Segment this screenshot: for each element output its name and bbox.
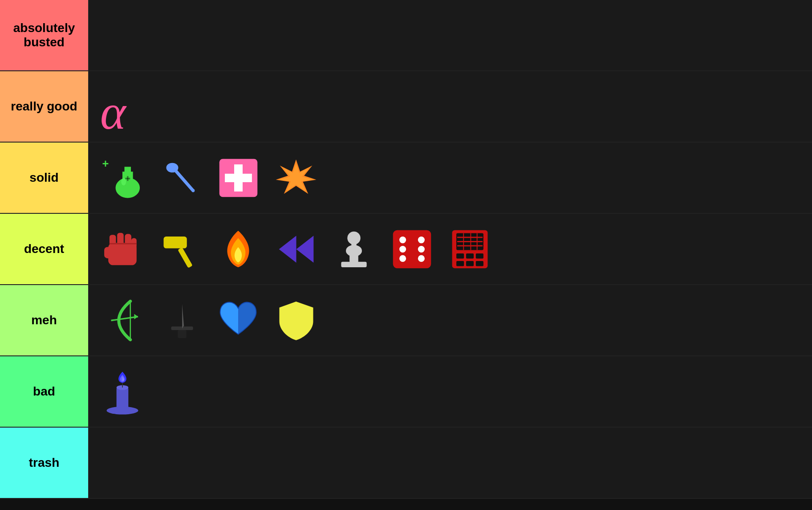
tier-row-bad: bad [0, 356, 812, 428]
svg-rect-32 [393, 230, 431, 268]
tier-label-trash: trash [0, 428, 89, 498]
svg-point-37 [399, 255, 406, 261]
icon-gadget [443, 222, 496, 276]
icon-shield [269, 294, 323, 347]
tier-content-bad [89, 356, 812, 427]
tier-row-absolutely-busted: absolutely busted [0, 0, 812, 71]
tier-row-decent: decent [0, 214, 812, 285]
tier-label-meh: meh [0, 285, 89, 355]
tier-content-trash [89, 428, 812, 498]
tier-row-trash: trash [0, 428, 812, 499]
svg-rect-52 [475, 261, 483, 266]
tier-content-solid: + [89, 143, 812, 213]
tier-content-absolutely-busted [89, 0, 812, 70]
svg-point-35 [399, 245, 406, 252]
tier-content-really-good: α [89, 71, 812, 142]
tier-label-bad: bad [0, 356, 89, 427]
tier-content-decent [89, 214, 812, 284]
icon-bow [96, 294, 149, 347]
tier-label-really-good: really good [0, 71, 89, 142]
icon-hammer [154, 222, 207, 276]
svg-text:+: + [102, 157, 109, 170]
svg-point-31 [347, 232, 360, 245]
svg-rect-13 [225, 174, 252, 182]
svg-point-38 [418, 255, 424, 261]
svg-line-9 [175, 171, 192, 190]
svg-rect-20 [131, 238, 137, 248]
svg-point-34 [418, 237, 424, 243]
svg-line-54 [111, 316, 138, 320]
tier-row-meh: meh [0, 285, 812, 356]
svg-point-10 [191, 189, 195, 192]
icon-alpha: α [96, 80, 149, 133]
svg-text:α: α [100, 85, 127, 133]
svg-marker-26 [296, 236, 313, 262]
svg-marker-25 [279, 236, 296, 262]
icon-flame [211, 222, 265, 276]
svg-rect-3 [125, 167, 131, 173]
icon-dice [385, 222, 438, 276]
svg-rect-47 [456, 253, 464, 258]
svg-rect-48 [466, 253, 473, 258]
icon-heart [211, 294, 265, 347]
icon-potion: + [96, 151, 149, 204]
icon-fist [96, 222, 149, 276]
icon-explosion [269, 151, 323, 204]
svg-point-36 [418, 245, 424, 252]
svg-point-7 [121, 178, 126, 185]
svg-rect-61 [117, 388, 129, 411]
icon-pin [154, 151, 207, 204]
icon-pawn [327, 222, 381, 276]
tier-row-solid: solid + [0, 143, 812, 214]
svg-rect-5 [127, 176, 129, 181]
tier-row-really-good: really good α [0, 71, 812, 143]
tier-content-meh [89, 285, 812, 355]
svg-rect-57 [171, 326, 193, 330]
icon-medkit [211, 151, 265, 204]
tier-label-decent: decent [0, 214, 89, 284]
svg-point-29 [346, 245, 362, 257]
icon-candle [96, 365, 149, 418]
svg-marker-55 [134, 314, 138, 319]
svg-rect-21 [104, 247, 111, 258]
svg-rect-49 [475, 253, 483, 258]
tier-label-absolutely-busted: absolutely busted [0, 0, 89, 70]
icon-dagger [154, 294, 207, 347]
svg-rect-50 [456, 261, 464, 266]
tier-label-solid: solid [0, 143, 89, 213]
svg-rect-58 [178, 330, 187, 338]
svg-rect-51 [466, 261, 473, 266]
svg-point-33 [399, 237, 406, 243]
svg-rect-19 [125, 234, 131, 246]
svg-rect-23 [178, 247, 193, 268]
icon-rewind [269, 222, 323, 276]
tier-list: absolutely busted really good α solid [0, 0, 812, 499]
svg-rect-24 [163, 237, 187, 249]
svg-rect-17 [110, 235, 116, 247]
